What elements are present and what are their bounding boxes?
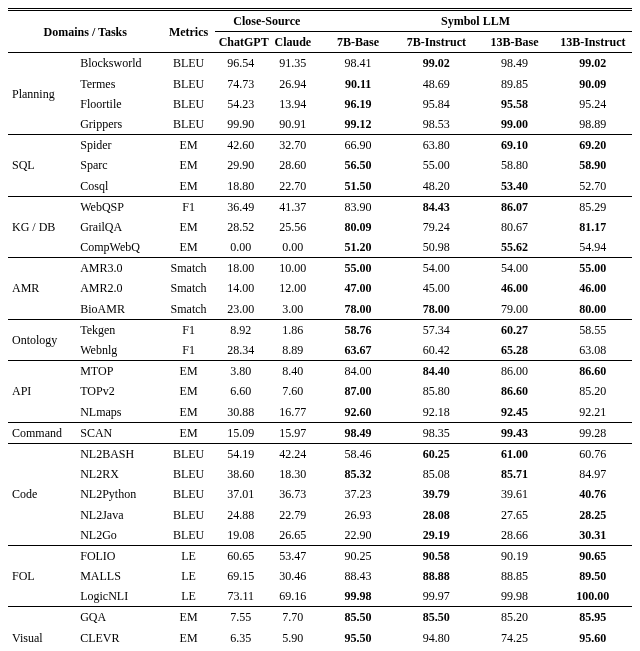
- value-cell: 99.43: [475, 422, 553, 443]
- table-row: NL2PythonBLEU37.0136.7337.2339.7939.6140…: [8, 484, 632, 504]
- task-cell: Sparc: [76, 155, 162, 175]
- value-cell: 55.00: [319, 258, 397, 279]
- value-cell: 36.73: [267, 484, 319, 504]
- value-cell: 39.61: [475, 484, 553, 504]
- task-cell: AMR3.0: [76, 258, 162, 279]
- value-cell: 84.43: [397, 196, 475, 217]
- value-cell: 15.97: [267, 422, 319, 443]
- value-cell: 8.40: [267, 361, 319, 382]
- metric-cell: LE: [162, 586, 214, 607]
- task-cell: CLEVR: [76, 628, 162, 648]
- table-row: CosqlEM18.8022.7051.5048.2053.4052.70: [8, 176, 632, 197]
- table-row: KG / DBWebQSPF136.4941.3783.9084.4386.07…: [8, 196, 632, 217]
- table-row: CompWebQEM0.000.0051.2050.9855.6254.94: [8, 237, 632, 258]
- table-row: OntologyTekgenF18.921.8658.7657.3460.275…: [8, 319, 632, 340]
- metric-cell: EM: [162, 237, 214, 258]
- value-cell: 86.00: [475, 361, 553, 382]
- value-cell: 45.00: [397, 278, 475, 298]
- value-cell: 74.25: [475, 628, 553, 648]
- value-cell: 54.19: [215, 443, 267, 464]
- domain-cell: KG / DB: [8, 196, 76, 258]
- value-cell: 84.97: [554, 464, 632, 484]
- metric-cell: BLEU: [162, 443, 214, 464]
- value-cell: 18.30: [267, 464, 319, 484]
- value-cell: 98.35: [397, 422, 475, 443]
- table-row: BioAMRSmatch23.003.0078.0078.0079.0080.0…: [8, 299, 632, 320]
- value-cell: 22.70: [267, 176, 319, 197]
- metric-cell: EM: [162, 217, 214, 237]
- value-cell: 90.09: [554, 74, 632, 94]
- task-cell: Webnlg: [76, 340, 162, 361]
- table-row: CLEVREM6.355.9095.5094.8074.2595.60: [8, 628, 632, 648]
- table-row: NLmapsEM30.8816.7792.6092.1892.4592.21: [8, 402, 632, 423]
- table-row: AMR2.0Smatch14.0012.0047.0045.0046.0046.…: [8, 278, 632, 298]
- value-cell: 79.00: [475, 299, 553, 320]
- value-cell: 98.49: [475, 53, 553, 74]
- value-cell: 54.00: [397, 258, 475, 279]
- value-cell: 99.97: [397, 586, 475, 607]
- table-row: LogicNLILE73.1169.1699.9899.9799.98100.0…: [8, 586, 632, 607]
- value-cell: 7.60: [267, 381, 319, 401]
- value-cell: 66.90: [319, 135, 397, 156]
- value-cell: 90.19: [475, 545, 553, 566]
- metric-cell: BLEU: [162, 484, 214, 504]
- value-cell: 69.20: [554, 135, 632, 156]
- value-cell: 69.15: [215, 566, 267, 586]
- domain-cell: Ontology: [8, 319, 76, 360]
- domain-cell: Code: [8, 443, 76, 545]
- domain-cell: SQL: [8, 135, 76, 197]
- value-cell: 55.62: [475, 237, 553, 258]
- value-cell: 19.08: [215, 525, 267, 546]
- task-cell: NL2Python: [76, 484, 162, 504]
- value-cell: 8.89: [267, 340, 319, 361]
- value-cell: 96.54: [215, 53, 267, 74]
- value-cell: 89.50: [554, 566, 632, 586]
- value-cell: 73.11: [215, 586, 267, 607]
- value-cell: 86.60: [554, 361, 632, 382]
- table-row: TOPv2EM6.607.6087.0085.8086.6085.20: [8, 381, 632, 401]
- value-cell: 63.67: [319, 340, 397, 361]
- hdr-close-source: Close-Source: [215, 10, 319, 32]
- value-cell: 81.17: [554, 217, 632, 237]
- value-cell: 99.98: [475, 586, 553, 607]
- value-cell: 36.49: [215, 196, 267, 217]
- value-cell: 29.19: [397, 525, 475, 546]
- table-row: NL2GoBLEU19.0826.6522.9029.1928.6630.31: [8, 525, 632, 546]
- task-cell: LogicNLI: [76, 586, 162, 607]
- task-cell: Blocksworld: [76, 53, 162, 74]
- value-cell: 18.80: [215, 176, 267, 197]
- value-cell: 39.79: [397, 484, 475, 504]
- domain-cell: AMR: [8, 258, 76, 320]
- domain-cell: FOL: [8, 545, 76, 607]
- table-head: Domains / Tasks Metrics Close-Source Sym…: [8, 10, 632, 53]
- task-cell: AMR2.0: [76, 278, 162, 298]
- value-cell: 99.90: [215, 114, 267, 135]
- value-cell: 12.00: [267, 278, 319, 298]
- value-cell: 60.25: [397, 443, 475, 464]
- metric-cell: BLEU: [162, 74, 214, 94]
- value-cell: 58.80: [475, 155, 553, 175]
- task-cell: Cosql: [76, 176, 162, 197]
- value-cell: 53.47: [267, 545, 319, 566]
- table-row: WebnlgF128.348.8963.6760.4265.2863.08: [8, 340, 632, 361]
- domain-cell: Visual: [8, 607, 76, 651]
- table-row: GrippersBLEU99.9090.9199.1298.5399.0098.…: [8, 114, 632, 135]
- task-cell: MTOP: [76, 361, 162, 382]
- value-cell: 95.60: [554, 628, 632, 648]
- value-cell: 88.85: [475, 566, 553, 586]
- value-cell: 54.23: [215, 94, 267, 114]
- value-cell: 10.00: [267, 258, 319, 279]
- value-cell: 37.23: [319, 484, 397, 504]
- value-cell: 63.80: [397, 135, 475, 156]
- task-cell: Tekgen: [76, 319, 162, 340]
- value-cell: 38.60: [215, 464, 267, 484]
- value-cell: 6.60: [215, 381, 267, 401]
- value-cell: 85.50: [397, 607, 475, 628]
- value-cell: 85.20: [554, 381, 632, 401]
- value-cell: 7.70: [267, 607, 319, 628]
- value-cell: 26.94: [267, 74, 319, 94]
- table-row: MALLSLE69.1530.4688.4388.8888.8589.50: [8, 566, 632, 586]
- task-cell: NL2Go: [76, 525, 162, 546]
- value-cell: 69.10: [475, 135, 553, 156]
- hdr-claude: Claude: [267, 32, 319, 53]
